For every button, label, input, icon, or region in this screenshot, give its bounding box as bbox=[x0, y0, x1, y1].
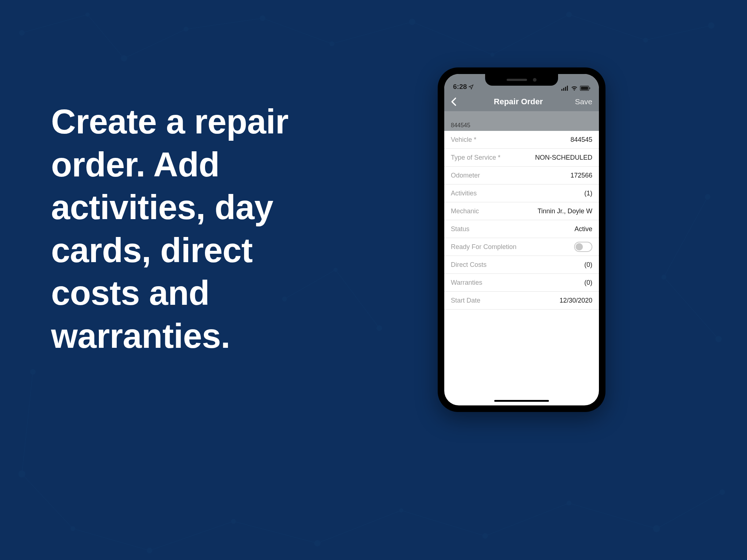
svg-line-13 bbox=[124, 29, 186, 58]
activities-row[interactable]: Activities (1) bbox=[444, 184, 599, 202]
svg-line-15 bbox=[263, 18, 332, 44]
vehicle-row[interactable]: Vehicle * 844545 bbox=[444, 131, 599, 149]
svg-line-37 bbox=[317, 510, 401, 543]
activities-value: (1) bbox=[584, 190, 592, 197]
svg-line-46 bbox=[664, 277, 719, 339]
marketing-headline: Create a repair order. Add activities, d… bbox=[51, 100, 350, 357]
warranties-label: Warranties bbox=[451, 279, 482, 287]
svg-line-36 bbox=[233, 521, 317, 543]
phone-screen: 6:28 Repair Order Save 844545 Vehicle * … bbox=[444, 74, 599, 405]
odometer-label: Odometer bbox=[451, 172, 480, 179]
status-time: 6:28 bbox=[453, 83, 467, 91]
vehicle-value: 844545 bbox=[570, 136, 592, 144]
start-date-label: Start Date bbox=[451, 297, 480, 304]
start-date-row[interactable]: Start Date 12/30/2020 bbox=[444, 292, 599, 310]
svg-line-18 bbox=[492, 15, 569, 55]
activities-label: Activities bbox=[451, 190, 477, 197]
svg-line-17 bbox=[412, 22, 492, 55]
svg-line-33 bbox=[22, 474, 73, 529]
odometer-row[interactable]: Odometer 172566 bbox=[444, 167, 599, 184]
direct-costs-row[interactable]: Direct Costs (0) bbox=[444, 256, 599, 274]
status-label: Status bbox=[451, 225, 469, 233]
status-value: Active bbox=[574, 225, 592, 233]
ready-for-completion-label: Ready For Completion bbox=[451, 243, 516, 251]
svg-rect-52 bbox=[561, 89, 562, 91]
svg-rect-55 bbox=[567, 86, 568, 91]
svg-rect-53 bbox=[563, 88, 564, 91]
phone-mockup: 6:28 Repair Order Save 844545 Vehicle * … bbox=[438, 67, 605, 412]
svg-line-39 bbox=[485, 503, 569, 536]
direct-costs-label: Direct Costs bbox=[451, 261, 487, 269]
svg-line-12 bbox=[88, 15, 124, 58]
page-title: Repair Order bbox=[494, 97, 543, 106]
mechanic-value: Tinnin Jr., Doyle W bbox=[538, 207, 592, 215]
svg-line-45 bbox=[664, 197, 708, 277]
mechanic-label: Mechanic bbox=[451, 207, 479, 215]
svg-line-20 bbox=[646, 26, 711, 40]
odometer-value: 172566 bbox=[570, 172, 592, 179]
toggle-knob bbox=[576, 243, 583, 250]
svg-line-40 bbox=[569, 503, 657, 529]
type-of-service-value: NON-SCHEDULED bbox=[535, 154, 592, 162]
mechanic-row[interactable]: Mechanic Tinnin Jr., Doyle W bbox=[444, 202, 599, 220]
svg-rect-57 bbox=[581, 87, 588, 90]
svg-rect-54 bbox=[565, 87, 566, 91]
ready-for-completion-row[interactable]: Ready For Completion bbox=[444, 238, 599, 256]
vehicle-label: Vehicle * bbox=[451, 136, 476, 144]
home-indicator[interactable] bbox=[494, 400, 549, 402]
start-date-value: 12/30/2020 bbox=[560, 297, 592, 304]
battery-icon bbox=[580, 86, 590, 91]
svg-line-41 bbox=[657, 492, 722, 529]
section-header: 844545 bbox=[444, 111, 599, 131]
form-list: Vehicle * 844545 Type of Service * NON-S… bbox=[444, 131, 599, 310]
navigation-bar: Repair Order Save bbox=[444, 92, 599, 111]
svg-line-35 bbox=[150, 521, 233, 551]
location-icon bbox=[468, 84, 474, 90]
svg-line-16 bbox=[332, 22, 412, 44]
svg-line-14 bbox=[186, 18, 263, 29]
wifi-icon bbox=[571, 86, 578, 91]
svg-line-34 bbox=[73, 529, 150, 551]
type-of-service-label: Type of Service * bbox=[451, 154, 500, 162]
direct-costs-value: (0) bbox=[584, 261, 592, 269]
chevron-left-icon bbox=[451, 97, 457, 106]
phone-notch bbox=[485, 74, 558, 86]
save-button[interactable]: Save bbox=[575, 97, 592, 106]
ready-for-completion-toggle[interactable] bbox=[574, 242, 592, 252]
svg-line-11 bbox=[22, 15, 88, 33]
warranties-row[interactable]: Warranties (0) bbox=[444, 274, 599, 292]
type-of-service-row[interactable]: Type of Service * NON-SCHEDULED bbox=[444, 149, 599, 167]
svg-line-19 bbox=[569, 15, 646, 40]
svg-rect-58 bbox=[589, 88, 590, 89]
svg-line-38 bbox=[401, 510, 485, 536]
svg-line-32 bbox=[22, 372, 33, 474]
status-row[interactable]: Status Active bbox=[444, 220, 599, 238]
back-button[interactable] bbox=[451, 97, 462, 106]
signal-icon bbox=[561, 86, 569, 91]
warranties-value: (0) bbox=[584, 279, 592, 287]
